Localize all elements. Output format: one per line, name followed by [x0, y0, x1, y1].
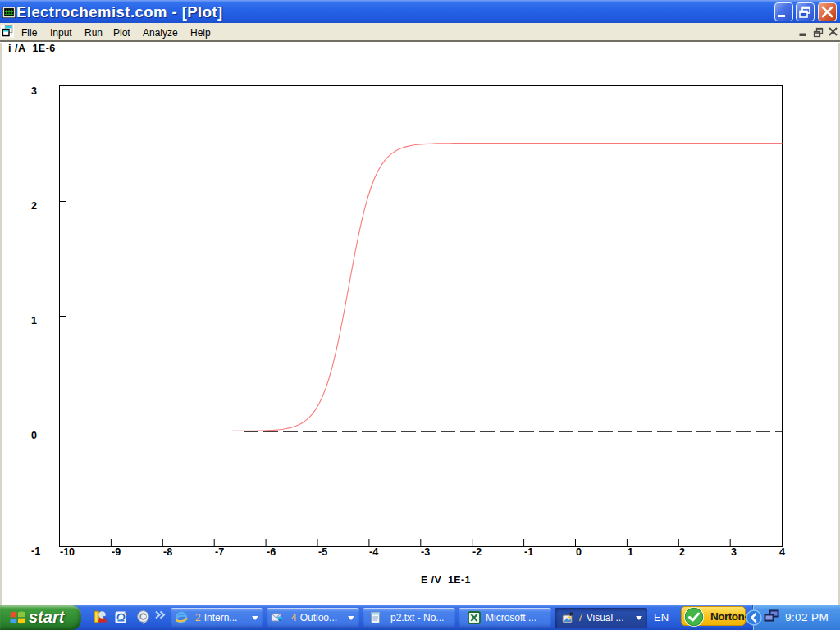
- svg-text:0: 0: [576, 546, 582, 558]
- svg-text:i /A 1E-6: i /A 1E-6: [8, 43, 56, 54]
- svg-text:3: 3: [31, 85, 37, 97]
- svg-text:-9: -9: [112, 546, 121, 558]
- svg-text:0: 0: [31, 430, 37, 441]
- svg-text:2: 2: [31, 200, 37, 212]
- svg-text:3: 3: [731, 546, 737, 558]
- svg-text:-5: -5: [318, 546, 327, 558]
- svg-text:1: 1: [628, 546, 633, 558]
- svg-text:-7: -7: [215, 546, 224, 558]
- svg-text:-4: -4: [369, 546, 378, 558]
- svg-text:E /V 1E-1: E /V 1E-1: [421, 574, 471, 586]
- svg-text:-6: -6: [267, 546, 276, 558]
- svg-text:4: 4: [779, 546, 785, 558]
- svg-text:-2: -2: [472, 546, 482, 558]
- svg-text:2: 2: [679, 546, 685, 558]
- svg-text:-1: -1: [31, 546, 40, 557]
- svg-text:-10: -10: [60, 546, 75, 558]
- svg-text:-1: -1: [524, 546, 533, 558]
- svg-text:-8: -8: [163, 546, 172, 558]
- svg-text:-3: -3: [421, 546, 430, 558]
- svg-text:1: 1: [31, 315, 37, 326]
